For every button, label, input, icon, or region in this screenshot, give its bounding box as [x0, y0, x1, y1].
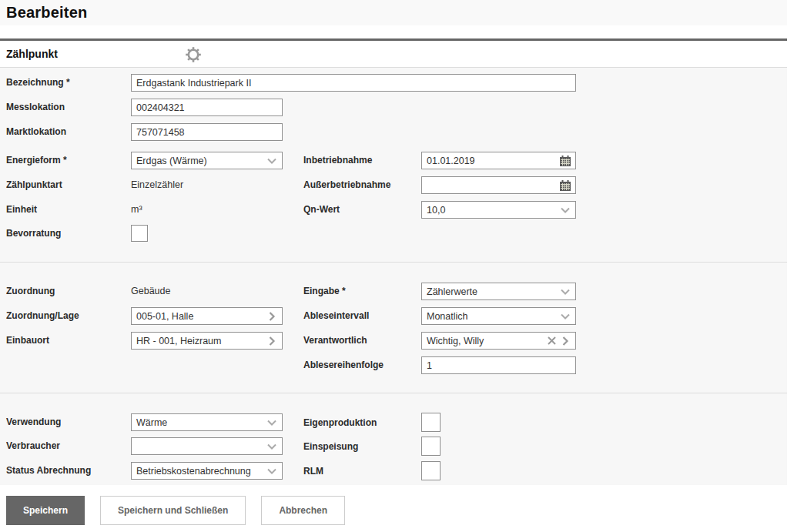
- ablesereihenfolge-input[interactable]: [421, 356, 576, 374]
- chevron-down-icon: [265, 440, 279, 453]
- eingabe-select[interactable]: Zählerwerte: [421, 283, 576, 300]
- calendar-icon[interactable]: [558, 179, 572, 192]
- chevron-down-icon: [265, 416, 279, 430]
- verantwortlich-label: Verantwortlich: [303, 332, 367, 350]
- zuordnung-lage-label: Zuordnung/Lage: [6, 307, 79, 325]
- chevron-down-icon: [265, 154, 279, 168]
- eingabe-value: Zählerwerte: [427, 286, 558, 297]
- inbetriebnahme-label: Inbetriebnahme: [303, 152, 372, 169]
- ausserbetriebnahme-datefield[interactable]: [421, 176, 576, 194]
- panel-header: Zählpunkt: [0, 41, 787, 67]
- zuordnung-label: Zuordnung: [6, 283, 55, 300]
- messlokation-label: Messlokation: [6, 99, 65, 116]
- inbetriebnahme-datefield[interactable]: 01.01.2019: [421, 152, 576, 169]
- panel-title: Zählpunkt: [6, 48, 58, 60]
- chevron-right-icon[interactable]: [265, 334, 279, 348]
- chevron-right-icon[interactable]: [558, 334, 572, 348]
- rlm-checkbox[interactable]: [421, 461, 441, 480]
- gear-icon: [184, 45, 203, 64]
- chevron-down-icon: [558, 285, 572, 299]
- zuordnung-value: Gebäude: [131, 283, 283, 300]
- chevron-down-icon: [558, 309, 572, 323]
- chevron-down-icon: [265, 464, 279, 478]
- ausserbetriebnahme-label: Außerbetriebnahme: [303, 176, 390, 194]
- ableseintervall-select[interactable]: Monatlich: [421, 307, 576, 325]
- verbraucher-label: Verbraucher: [6, 437, 60, 455]
- ableseintervall-value: Monatlich: [427, 311, 558, 322]
- energieform-value: Erdgas (Wärme): [136, 156, 265, 166]
- zuordnung-lage-value: 005-01, Halle: [136, 311, 265, 322]
- button-bar: Speichern Speichern und Schließen Abbrec…: [0, 485, 787, 532]
- eigenproduktion-label: Eigenproduktion: [303, 414, 377, 432]
- calendar-icon[interactable]: [558, 154, 572, 168]
- section-divider: [0, 262, 787, 263]
- zaehlpunktart-label: Zählpunktart: [6, 176, 62, 194]
- zaehlpunktart-value: Einzelzähler: [131, 176, 283, 194]
- chevron-right-icon[interactable]: [265, 309, 279, 323]
- verantwortlich-picker[interactable]: Wichtig, Willy: [421, 332, 576, 350]
- marktlokation-input[interactable]: [131, 123, 283, 141]
- einspeisung-label: Einspeisung: [303, 438, 358, 456]
- qn-wert-label: Qn-Wert: [303, 201, 340, 219]
- save-button[interactable]: Speichern: [6, 496, 85, 525]
- eigenproduktion-checkbox[interactable]: [421, 413, 441, 432]
- qn-wert-value: 10,0: [427, 205, 558, 216]
- ableseintervall-label: Ableseintervall: [303, 307, 369, 325]
- save-and-close-button[interactable]: Speichern und Schließen: [100, 496, 246, 525]
- clear-icon[interactable]: [544, 334, 558, 348]
- zuordnung-lage-picker[interactable]: 005-01, Halle: [131, 307, 283, 325]
- verwendung-select[interactable]: Wärme: [131, 413, 283, 431]
- verantwortlich-value: Wichtig, Willy: [427, 336, 544, 346]
- einbauort-picker[interactable]: HR - 001, Heizraum: [131, 332, 283, 350]
- status-abrechnung-select[interactable]: Betriebskostenabrechnung: [131, 462, 283, 480]
- cancel-button[interactable]: Abbrechen: [261, 496, 345, 525]
- status-abrechnung-value: Betriebskostenabrechnung: [136, 466, 265, 477]
- einspeisung-checkbox[interactable]: [421, 437, 441, 456]
- verwendung-value: Wärme: [136, 417, 265, 428]
- marktlokation-label: Marktlokation: [6, 123, 66, 141]
- einheit-label: Einheit: [6, 201, 37, 219]
- section-divider: [0, 393, 787, 393]
- rlm-label: RLM: [303, 463, 323, 480]
- qn-wert-select[interactable]: 10,0: [421, 201, 576, 219]
- page-header: Bearbeiten: [0, 0, 787, 25]
- bezeichnung-label: Bezeichnung *: [6, 74, 70, 92]
- bevorratung-label: Bevorratung: [6, 225, 61, 243]
- energieform-label: Energieform *: [6, 152, 67, 169]
- verbraucher-select[interactable]: [131, 437, 283, 455]
- verwendung-label: Verwendung: [6, 413, 61, 431]
- energieform-select[interactable]: Erdgas (Wärme): [131, 152, 283, 169]
- ablesereihenfolge-label: Ablesereihenfolge: [303, 356, 384, 374]
- form-body: Bezeichnung * Messlokation Marktlokation…: [0, 68, 787, 485]
- einbauort-label: Einbauort: [6, 332, 49, 350]
- chevron-down-icon: [558, 203, 572, 217]
- messlokation-input[interactable]: [131, 99, 283, 116]
- bezeichnung-input[interactable]: [131, 74, 576, 92]
- page-title: Bearbeiten: [6, 4, 87, 22]
- eingabe-label: Eingabe *: [303, 283, 346, 300]
- einheit-value: m³: [131, 201, 283, 219]
- bevorratung-checkbox[interactable]: [131, 225, 148, 242]
- inbetriebnahme-value: 01.01.2019: [427, 156, 558, 166]
- einbauort-value: HR - 001, Heizraum: [136, 336, 265, 346]
- status-abrechnung-label: Status Abrechnung: [6, 462, 91, 480]
- settings-button[interactable]: [183, 45, 203, 65]
